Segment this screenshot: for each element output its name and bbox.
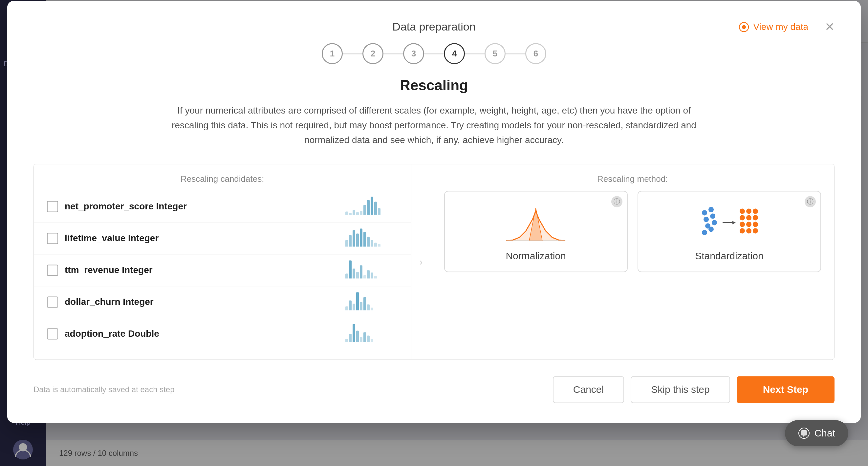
svg-point-25 [702,210,707,216]
section-description: If your numerical attributes are compris… [172,103,696,147]
svg-point-30 [712,220,717,225]
svg-point-34 [740,209,745,214]
candidate-chart-nps [345,197,398,217]
svg-point-42 [753,222,758,227]
standardization-label: Standardization [695,251,763,262]
candidate-name-adoption: adoption_rate Double [65,329,339,339]
svg-point-35 [746,209,751,214]
svg-point-45 [753,228,758,234]
candidate-name-nps: net_promoter_score Integer [65,201,339,212]
cancel-button[interactable]: Cancel [553,376,624,403]
normalization-label: Normalization [505,251,566,262]
data-preparation-modal: Data preparation View my data ✕ 1 2 3 4 … [7,1,861,423]
candidate-checkbox-ttm[interactable] [47,265,58,276]
svg-point-38 [746,215,751,220]
normalization-visual [503,201,568,244]
section-title: Rescaling [33,77,835,94]
normalization-info-icon[interactable]: ⓘ [611,196,622,208]
svg-point-21 [742,25,746,29]
svg-marker-33 [733,221,736,224]
candidate-chart-adoption [345,324,398,344]
step-2[interactable]: 2 [363,43,383,64]
candidate-row-ttm: ttm_revenue Integer [34,255,411,286]
chat-label: Chat [814,428,835,439]
svg-point-26 [708,207,714,212]
user-avatar[interactable] [13,440,33,460]
svg-point-37 [740,215,745,220]
step-line-3 [424,53,444,54]
normalization-card[interactable]: ⓘ Normalization [444,191,628,272]
step-1[interactable]: 1 [322,43,343,64]
candidate-row-adoption: adoption_rate Double [34,318,411,350]
svg-point-31 [702,230,707,235]
candidates-header: Rescaling candidates: [34,174,411,184]
modal-title: Data preparation [392,20,475,33]
candidate-row-churn: dollar_churn Integer [34,286,411,318]
svg-point-41 [746,222,751,227]
step-6[interactable]: 6 [525,43,546,64]
candidates-column: Rescaling candidates: net_promoter_score… [34,164,411,360]
candidate-chart-churn [345,292,398,312]
candidate-name-ttm: ttm_revenue Integer [65,265,339,276]
method-options: ⓘ Normalization [444,191,822,272]
column-divider-arrow: › [411,164,431,360]
rescaling-columns: Rescaling candidates: net_promoter_score… [33,164,835,360]
step-line-5 [505,53,525,54]
next-step-button[interactable]: Next Step [737,376,835,403]
svg-point-44 [746,228,751,234]
candidate-checkbox-churn[interactable] [47,297,58,308]
candidate-chart-ttm [345,260,398,280]
svg-point-27 [704,217,709,222]
step-4[interactable]: 4 [444,43,465,64]
standardization-visual [696,201,762,244]
candidate-chart-ltv [345,229,398,248]
view-data-label: View my data [753,22,808,32]
step-line-2 [383,53,403,54]
svg-point-32 [708,227,714,232]
standardization-info-icon[interactable]: ⓘ [805,196,816,208]
step-line-4 [465,53,485,54]
modal-header: Data preparation View my data ✕ [33,20,835,33]
svg-point-36 [753,209,758,214]
candidate-checkbox-ltv[interactable] [47,233,58,244]
svg-point-28 [710,214,715,219]
skip-button[interactable]: Skip this step [631,376,730,403]
step-line-1 [343,53,363,54]
step-3[interactable]: 3 [403,43,424,64]
candidate-row-ltv: lifetime_value Integer [34,223,411,255]
autosave-notice: Data is automatically saved at each step [33,385,175,395]
modal-footer: Data is automatically saved at each step… [33,376,835,403]
candidate-name-ltv: lifetime_value Integer [65,233,339,244]
step-5[interactable]: 5 [485,43,505,64]
step-indicator: 1 2 3 4 5 6 [33,43,835,64]
view-my-data-button[interactable]: View my data [738,21,808,33]
candidate-checkbox-nps[interactable] [47,201,58,212]
svg-point-40 [740,222,745,227]
svg-point-43 [740,228,745,234]
method-header: Rescaling method: [444,174,822,184]
svg-point-39 [753,215,758,220]
close-button[interactable]: ✕ [825,20,835,34]
candidate-row-nps: net_promoter_score Integer [34,191,411,223]
candidate-checkbox-adoption[interactable] [47,329,58,340]
standardization-card[interactable]: ⓘ [638,191,821,272]
method-column: Rescaling method: ⓘ [431,164,835,360]
action-buttons: Cancel Skip this step Next Step [553,376,835,403]
chat-button[interactable]: Chat [785,420,848,446]
candidate-name-churn: dollar_churn Integer [65,297,339,308]
